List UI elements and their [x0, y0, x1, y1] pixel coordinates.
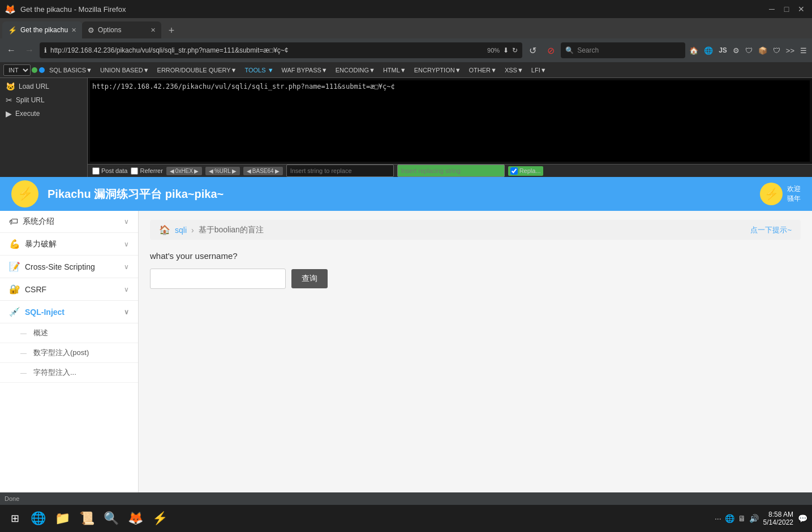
hackbar-other[interactable]: OTHER▼ — [466, 66, 500, 75]
bruteforce-expand-icon: ∨ — [124, 240, 129, 248]
taskbar-explorer-app[interactable]: 📁 — [51, 508, 74, 529]
sidebar-item-csrf[interactable]: 🔐 CSRF ∨ — [0, 278, 138, 301]
hackbar-url-box[interactable] — [88, 78, 812, 164]
tray-network-icon[interactable]: 🌐 — [725, 514, 734, 523]
base64-left-arrow: ◀ — [247, 168, 251, 174]
hackbar-waf-bypass[interactable]: WAF BYPASS▼ — [278, 66, 331, 75]
hackbar-tools[interactable]: TOOLS ▼ — [241, 66, 277, 75]
hackbar-sql-basics[interactable]: SQL BASICS▼ — [46, 66, 96, 75]
tab-close-button[interactable]: ✕ — [71, 27, 76, 34]
close-button[interactable]: ✕ — [795, 3, 807, 15]
js-icon[interactable]: JS — [717, 45, 729, 55]
sidebar-item-bruteforce[interactable]: 💪 暴力破解 ∨ — [0, 233, 138, 256]
sidebar-item-intro[interactable]: 🏷 系统介绍 ∨ — [0, 211, 138, 233]
breadcrumb-hint-link[interactable]: 点一下提示~ — [750, 225, 792, 235]
sidebar-item-sql-inject[interactable]: 💉 SQL-Inject ∨ — [0, 301, 138, 323]
forward-button[interactable]: → — [22, 42, 37, 58]
search-bar[interactable]: 🔍 Search — [561, 42, 685, 58]
minimize-button[interactable]: ─ — [766, 3, 778, 15]
maximize-button[interactable]: □ — [780, 3, 793, 15]
hackbar-union-based[interactable]: UNION BASED▼ — [97, 66, 153, 75]
username-input[interactable] — [150, 269, 286, 289]
base64-encode-button[interactable]: ◀ BASE64 ▶ — [243, 167, 283, 175]
submit-button[interactable]: 查询 — [291, 269, 328, 288]
home-icon[interactable]: 🏠 — [688, 45, 700, 56]
back-button[interactable]: ← — [3, 42, 19, 58]
taskbar-edge-app[interactable]: 🌐 — [27, 508, 49, 529]
load-url-button[interactable]: 🐱 Load URL — [0, 80, 87, 93]
noscript-icon[interactable]: 🛡 — [744, 45, 754, 56]
hackbar-main: Post data Referrer ◀ 0xHEX ▶ ◀ %URL ▶ ◀ … — [88, 78, 812, 177]
replace-label: Repla... — [519, 167, 541, 174]
replace-checkbox-item: Repla... — [508, 166, 543, 176]
navbar: ← → ℹ http://192.168.42.236/pikachu/vul/… — [0, 38, 812, 62]
execute-button[interactable]: ▶ Execute — [0, 107, 87, 120]
bruteforce-icon: 💪 — [9, 239, 20, 249]
ublock-icon[interactable]: 🛡 — [771, 45, 782, 56]
hackbar-container: 🐱 Load URL ✂ Split URL ▶ Execute Post da… — [0, 78, 812, 177]
breadcrumb-home-icon[interactable]: 🏠 — [159, 224, 170, 235]
hackbar-error-double[interactable]: ERROR/DOUBLE QUERY▼ — [154, 66, 240, 75]
app-header-right: ⚡ 欢迎 骚年 — [760, 183, 801, 205]
split-url-button[interactable]: ✂ Split URL — [0, 94, 87, 106]
taskbar-clock[interactable]: 8:58 AM 5/14/2022 — [763, 511, 793, 526]
taskbar-pikachu-app[interactable]: ⚡ — [149, 508, 171, 529]
oxhex-encode-button[interactable]: ◀ 0xHEX ▶ — [166, 167, 202, 175]
percent-url-encode-button[interactable]: ◀ %URL ▶ — [205, 167, 240, 175]
systray: ··· 🌐 🖥 🔊 — [715, 514, 759, 523]
insert-string-to-replace-input[interactable] — [286, 165, 394, 177]
new-tab-button[interactable]: + — [164, 23, 179, 38]
start-button[interactable]: ⊞ — [5, 508, 25, 529]
sidebar-item-intro-label: 系统介绍 — [23, 217, 54, 227]
sidebar-sub-string[interactable]: 字符型注入... — [0, 363, 138, 383]
taskbar-terminal-app[interactable]: 📜 — [76, 508, 98, 529]
tab-options-icon: ⚙ — [88, 26, 94, 34]
tab-options-close-button[interactable]: ✕ — [151, 27, 156, 34]
refresh-button[interactable]: ↻ — [512, 46, 518, 54]
breadcrumb-sqli-link[interactable]: sqli — [175, 226, 187, 235]
referrer-checkbox[interactable] — [131, 167, 138, 175]
tab-favicon-icon: ⚡ — [8, 26, 17, 34]
load-url-icon: 🐱 — [6, 82, 15, 91]
tray-volume-icon[interactable]: 🔊 — [749, 514, 759, 523]
pikachu-icon: ⚡ — [18, 187, 33, 201]
hackbar-encryption[interactable]: ENCRYPTION▼ — [411, 66, 465, 75]
hamburger-menu[interactable]: ☰ — [798, 45, 809, 56]
replace-checkbox[interactable] — [510, 167, 518, 175]
hackbar-lfi[interactable]: LFI▼ — [528, 66, 550, 75]
breadcrumb: 🏠 sqli › 基于boolian的盲注 点一下提示~ — [150, 220, 801, 240]
hackbar-int-select[interactable]: INT — [3, 64, 31, 76]
sidebar-item-xss[interactable]: 📝 Cross-Site Scripting ∨ — [0, 256, 138, 278]
reload-button[interactable]: ↺ — [525, 42, 540, 58]
sidebar-item-xss-label: Cross-Site Scripting — [25, 262, 95, 271]
hackbar-xss[interactable]: XSS▼ — [501, 66, 527, 75]
taskbar-search-app[interactable]: 🔍 — [100, 508, 122, 529]
hackbar-url-input[interactable] — [90, 80, 810, 162]
addon-icon[interactable]: 📦 — [757, 45, 769, 56]
tray-dots-icon[interactable]: ··· — [715, 514, 721, 523]
greasemonkey-icon[interactable]: ⚙ — [731, 45, 741, 56]
status-text: Done — [5, 495, 19, 502]
input-row: 查询 — [150, 269, 801, 289]
overflow-button[interactable]: >> — [784, 45, 796, 56]
notification-icon[interactable]: 💬 — [798, 514, 807, 523]
stop-button[interactable]: ⊘ — [543, 42, 558, 58]
split-url-icon: ✂ — [6, 96, 12, 105]
terminal-icon: 📜 — [79, 511, 94, 526]
sidebar-sub-overview[interactable]: 概述 — [0, 323, 138, 343]
execute-label: Execute — [15, 110, 40, 118]
tab-options[interactable]: ⚙ Options ✕ — [82, 21, 161, 38]
hackbar-html[interactable]: HTML▼ — [380, 66, 410, 75]
sidebar-sub-numeric[interactable]: 数字型注入(post) — [0, 343, 138, 363]
hackbar-encoding[interactable]: ENCODING▼ — [332, 66, 379, 75]
globe-icon[interactable]: 🌐 — [702, 45, 715, 56]
post-data-checkbox[interactable] — [92, 167, 100, 175]
taskbar-right: ··· 🌐 🖥 🔊 8:58 AM 5/14/2022 💬 — [715, 511, 807, 526]
address-bar[interactable]: ℹ http://192.168.42.236/pikachu/vul/sqli… — [40, 42, 522, 58]
hackbar-dots — [32, 67, 45, 73]
tray-display-icon[interactable]: 🖥 — [738, 514, 746, 523]
edge-icon: 🌐 — [31, 511, 46, 526]
tab-get-the-pikachu[interactable]: ⚡ Get the pikachu ✕ — [2, 21, 82, 38]
insert-replacing-string-input[interactable] — [397, 165, 505, 177]
taskbar-firefox-app[interactable]: 🦊 — [124, 508, 147, 529]
